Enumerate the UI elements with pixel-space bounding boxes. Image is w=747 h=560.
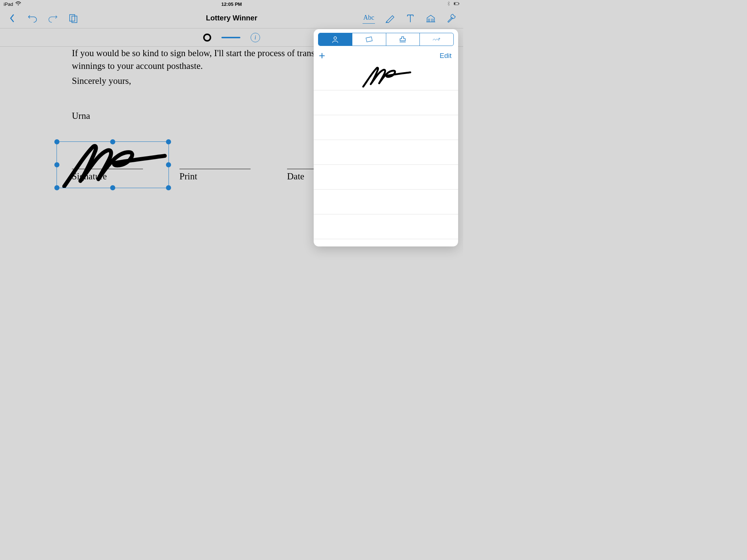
device-label: iPad [4,1,13,7]
print-field: Print [179,169,251,182]
status-left: iPad [4,1,21,7]
signature-list-empty-row [314,140,458,165]
wrench-tool-button[interactable] [446,13,457,24]
wifi-icon [15,1,21,7]
svg-rect-2 [459,3,459,4]
info-button[interactable]: i [251,33,260,42]
svg-rect-5 [72,16,77,23]
selection-box[interactable] [57,141,169,188]
pen-tool-button[interactable] [384,13,395,24]
resize-handle-br[interactable] [166,185,171,190]
stroke-width-picker[interactable] [221,37,240,38]
svg-point-0 [18,4,19,5]
segment-signature[interactable] [318,33,352,46]
edit-signatures-button[interactable]: Edit [440,52,452,60]
signature-list-empty-row [314,214,458,239]
signature-list-empty-row [314,90,458,115]
page-copy-button[interactable] [68,13,79,24]
signature-list-item[interactable] [314,64,458,90]
redo-button[interactable] [47,13,58,24]
document-title: Lottery Winner [206,14,258,22]
print-line [179,169,251,169]
undo-button[interactable] [27,13,38,24]
main-toolbar: Lottery Winner Abc [0,8,463,28]
paragraph-line-1: If you would be so kind to sign below, I… [72,48,322,58]
signature-list-empty-row [314,165,458,190]
resize-handle-bl[interactable] [54,185,59,190]
stamp-category-segmented[interactable] [318,33,454,46]
status-bar: iPad 12:05 PM [0,0,463,8]
resize-handle-tr[interactable] [166,139,171,144]
segment-stamp[interactable] [386,33,420,46]
battery-icon [454,1,460,7]
svg-rect-4 [70,15,75,21]
popover-action-row: + Edit [314,49,458,64]
closing-line: Sincerely yours, [72,76,131,86]
signature-list-empty-row [314,115,458,140]
stroke-color-picker[interactable] [203,34,211,42]
body-paragraph: If you would be so kind to sign below, I… [72,47,324,72]
resize-handle-mr[interactable] [166,162,171,167]
print-label: Print [179,171,251,182]
status-time: 12:05 PM [221,1,242,7]
resize-handle-ml[interactable] [54,162,59,167]
stamps-popover: + Edit [314,29,458,246]
library-tool-button[interactable] [425,13,436,24]
sender-name: Urna [72,111,90,121]
signature-list [314,64,458,239]
add-signature-button[interactable]: + [319,50,325,61]
resize-handle-bm[interactable] [110,185,115,190]
signature-thumbnail [357,66,415,89]
svg-point-6 [334,37,336,39]
bluetooth-icon [446,1,452,7]
text-tool-button[interactable] [405,13,416,24]
signature-list-empty-row [314,190,458,214]
placed-signature[interactable] [57,141,169,188]
svg-rect-3 [454,3,455,4]
status-right [446,1,460,7]
resize-handle-tm[interactable] [110,139,115,144]
back-button[interactable] [7,13,18,24]
paragraph-line-2: winnings to your account posthaste. [72,61,203,71]
resize-handle-tl[interactable] [54,139,59,144]
abc-tool-button[interactable]: Abc [363,13,375,24]
segment-initials[interactable] [420,33,453,46]
segment-image[interactable] [352,33,386,46]
abc-label: Abc [363,14,374,22]
